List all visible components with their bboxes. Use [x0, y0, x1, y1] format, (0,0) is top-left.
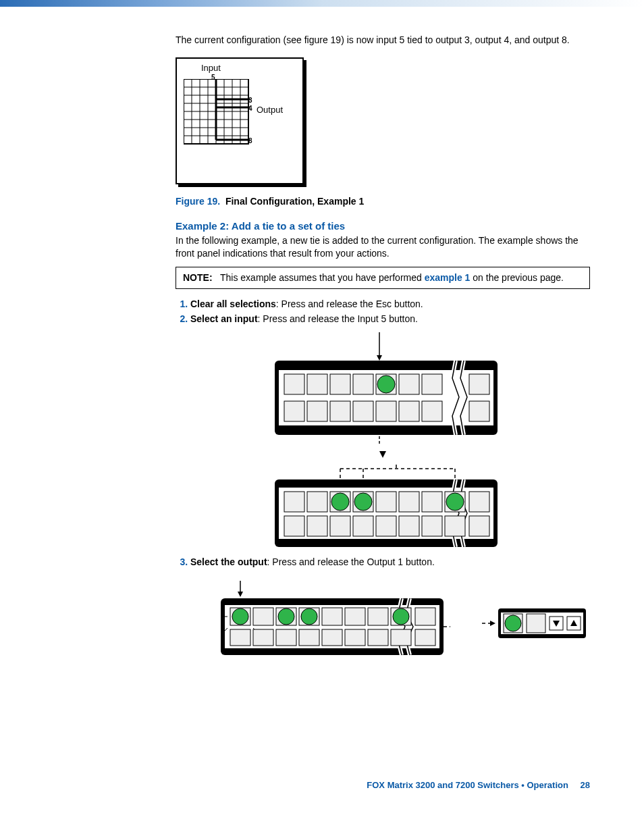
panel-diagram-1 [176, 331, 590, 458]
svg-point-53 [331, 493, 349, 511]
svg-point-92 [393, 608, 409, 625]
svg-rect-39 [422, 401, 442, 421]
svg-rect-88 [322, 608, 342, 625]
svg-rect-101 [391, 629, 411, 646]
svg-rect-69 [445, 516, 465, 536]
step-1-rest: : Press and release the Esc button. [276, 298, 423, 309]
svg-rect-50 [284, 492, 304, 512]
svg-rect-56 [376, 492, 396, 512]
figure-19-diagram: Input Output 5 3 4 8 [176, 57, 304, 184]
step-list-2: Select the output: Press and release the… [176, 556, 590, 567]
grid-input-label: Input [201, 63, 221, 73]
figure-19-caption-text: Final Configuration, Example 1 [225, 196, 364, 207]
svg-rect-99 [345, 629, 365, 646]
svg-rect-38 [399, 401, 419, 421]
svg-point-87 [301, 608, 317, 625]
step-1-bold: Clear all selections [190, 298, 276, 309]
svg-point-85 [278, 608, 294, 625]
svg-rect-94 [230, 629, 250, 646]
svg-rect-26 [330, 374, 350, 394]
svg-point-109 [505, 615, 521, 631]
svg-point-29 [377, 375, 395, 393]
note-box: NOTE: This example assumes that you have… [176, 267, 590, 290]
svg-rect-95 [253, 629, 273, 646]
svg-rect-67 [399, 516, 419, 536]
figure-19-ref: Figure 19. [176, 196, 220, 207]
panel-3-side-svg [482, 596, 590, 650]
svg-rect-40 [469, 401, 489, 421]
svg-rect-100 [368, 629, 388, 646]
svg-rect-97 [299, 629, 319, 646]
svg-rect-90 [368, 608, 388, 625]
example-2-intro: In the following example, a new tie is a… [176, 234, 590, 260]
svg-rect-27 [353, 374, 373, 394]
svg-point-55 [354, 493, 372, 511]
grid-svg [184, 79, 251, 147]
svg-rect-30 [399, 374, 419, 394]
svg-rect-96 [276, 629, 296, 646]
svg-rect-33 [284, 401, 304, 421]
figure-19-caption: Figure 19. Final Configuration, Example … [176, 196, 590, 207]
footer-page-number: 28 [581, 780, 590, 790]
svg-rect-34 [307, 401, 327, 421]
intro-paragraph: The current configuration (see figure 19… [176, 34, 590, 47]
svg-rect-64 [330, 516, 350, 536]
svg-rect-35 [330, 401, 350, 421]
note-text-after: on the previous page. [470, 272, 564, 283]
svg-rect-93 [415, 608, 435, 625]
svg-rect-114 [527, 614, 545, 633]
svg-rect-68 [422, 516, 442, 536]
svg-rect-37 [376, 401, 396, 421]
svg-rect-89 [345, 608, 365, 625]
example-1-link[interactable]: example 1 [425, 272, 471, 283]
svg-point-60 [446, 493, 464, 511]
svg-rect-32 [469, 374, 489, 394]
page-content: The current configuration (see figure 19… [0, 7, 644, 804]
svg-rect-83 [253, 608, 273, 625]
svg-rect-51 [307, 492, 327, 512]
panel-1-svg [261, 331, 504, 446]
grid-output-label: Output [257, 105, 283, 115]
step-2-bold: Select an input [190, 313, 258, 324]
svg-rect-102 [415, 629, 435, 646]
panel-diagram-3 [176, 574, 590, 666]
panel-diagram-2 [176, 465, 590, 552]
svg-marker-105 [490, 621, 495, 626]
page-footer: FOX Matrix 3200 and 7200 Switchers • Ope… [367, 780, 590, 790]
svg-point-82 [232, 608, 248, 625]
svg-rect-57 [399, 492, 419, 512]
svg-rect-31 [422, 374, 442, 394]
svg-rect-66 [376, 516, 396, 536]
svg-rect-65 [353, 516, 373, 536]
svg-rect-58 [422, 492, 442, 512]
svg-marker-42 [379, 451, 386, 458]
svg-rect-98 [322, 629, 342, 646]
svg-marker-72 [238, 592, 243, 597]
note-label: NOTE: [183, 272, 213, 283]
svg-rect-70 [469, 516, 489, 536]
svg-rect-63 [307, 516, 327, 536]
step-2-rest: : Press and release the Input 5 button. [258, 313, 418, 324]
svg-rect-62 [284, 516, 304, 536]
panel-2-svg [261, 465, 504, 552]
note-text-before: This example assumes that you have perfo… [220, 272, 425, 283]
step-3: Select the output: Press and release the… [190, 556, 590, 567]
step-2: Select an input: Press and release the I… [190, 313, 590, 324]
top-gradient-bar [0, 0, 644, 7]
step-3-bold: Select the output [190, 556, 267, 567]
svg-rect-24 [284, 374, 304, 394]
panel-3-svg [207, 581, 450, 662]
step-list: Clear all selections: Press and release … [176, 298, 590, 324]
svg-rect-61 [469, 492, 489, 512]
footer-text: FOX Matrix 3200 and 7200 Switchers • Ope… [367, 780, 568, 790]
step-1: Clear all selections: Press and release … [190, 298, 590, 309]
svg-rect-36 [353, 401, 373, 421]
example-2-title: Example 2: Add a tie to a set of ties [176, 220, 590, 232]
svg-rect-25 [307, 374, 327, 394]
svg-marker-21 [377, 355, 382, 361]
step-3-rest: : Press and release the Output 1 button. [267, 556, 435, 567]
